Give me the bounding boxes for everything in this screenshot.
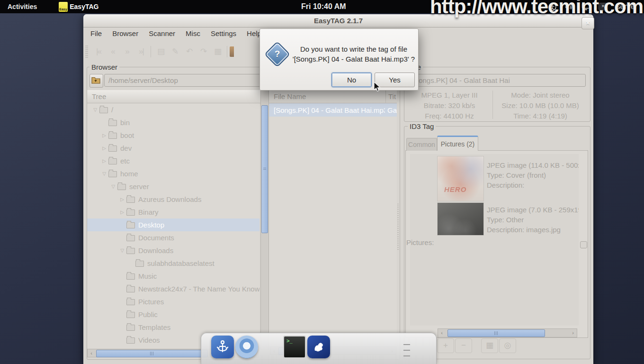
mpeg-info-left: MPEG 1, Layer III Bitrate: 320 kb/s Freq…: [407, 90, 492, 121]
menu-misc[interactable]: Misc: [180, 28, 206, 41]
tree-item[interactable]: Music: [87, 270, 259, 282]
tree-item[interactable]: /: [87, 103, 259, 116]
parent-folder-button[interactable]: [89, 74, 103, 88]
toolbar-grip[interactable]: [85, 46, 88, 58]
scroll-left-icon[interactable]: ‹: [438, 329, 446, 337]
tree-item[interactable]: boot: [87, 129, 259, 142]
tree-item[interactable]: Pictures: [87, 295, 259, 308]
menu-browser[interactable]: Browser: [107, 28, 143, 41]
screenshot-icon[interactable]: ✕: [599, 3, 608, 10]
pictures-horizontal-scrollbar[interactable]: ‹ ›: [438, 328, 577, 337]
tree-item[interactable]: home: [87, 167, 259, 180]
file-name-column-header[interactable]: File Name: [269, 90, 386, 103]
window-close-button[interactable]: ×: [581, 17, 594, 29]
activities-button[interactable]: Activities: [8, 3, 37, 10]
scroll-left-icon[interactable]: ‹: [88, 349, 95, 357]
menu-file[interactable]: File: [85, 28, 107, 41]
tree-item-label: Music: [138, 272, 157, 280]
tree-item-selected[interactable]: Desktop: [87, 218, 259, 231]
save-picture-button[interactable]: ▦: [481, 338, 498, 353]
toolbar-separator: [227, 46, 227, 57]
user-menu[interactable]: server: [617, 2, 637, 11]
no-button[interactable]: No: [331, 73, 372, 87]
dock-anchor-icon[interactable]: [211, 336, 234, 358]
undo-icon[interactable]: ↶: [182, 46, 196, 58]
paintbrush-icon[interactable]: ✎: [168, 46, 182, 58]
tree-item[interactable]: Public: [87, 308, 259, 321]
save-icon[interactable]: ▦: [210, 46, 224, 58]
display-icon[interactable]: [581, 3, 590, 10]
clock[interactable]: Fri 10:40 AM: [301, 0, 346, 13]
scrollbar-thumb[interactable]: [261, 105, 268, 233]
tree-item[interactable]: Templates: [87, 321, 259, 334]
folder-icon: [126, 248, 135, 254]
go-previous-icon[interactable]: «: [106, 46, 120, 58]
go-first-icon[interactable]: |«: [91, 46, 106, 58]
expander-icon[interactable]: [118, 209, 126, 215]
tree-item[interactable]: Downloads: [87, 244, 259, 257]
info-divider: [492, 91, 493, 119]
scrollbar-thumb[interactable]: [447, 329, 545, 337]
expander-icon[interactable]: [91, 107, 99, 112]
scanner-icon[interactable]: ▤: [153, 46, 168, 58]
window-title: EasyTAG 2.1.7: [314, 17, 363, 25]
tree-item[interactable]: etc: [87, 155, 259, 167]
browser-frame-label: Browser: [89, 63, 119, 71]
dock-chromium-icon[interactable]: [235, 336, 258, 358]
title-column-header[interactable]: Tit: [386, 90, 396, 103]
scrollbar-thumb[interactable]: [96, 350, 208, 357]
app-menu[interactable]: EasyTAG: [59, 2, 98, 12]
album-art-other[interactable]: [437, 202, 484, 236]
filename-entry[interactable]: [Songs.PK] 04 - Galat Baat Hai: [408, 74, 586, 87]
picture-properties-button[interactable]: ◎: [499, 338, 516, 353]
redo-icon[interactable]: ↷: [196, 46, 210, 58]
tab-pictures[interactable]: Pictures (2): [437, 136, 478, 151]
clipped-toolbar-icon[interactable]: [230, 46, 234, 57]
expander-icon[interactable]: [109, 184, 117, 189]
folder-icon: [126, 235, 135, 241]
paned-handle[interactable]: [397, 204, 399, 251]
go-last-icon[interactable]: »|: [134, 46, 148, 58]
go-next-icon[interactable]: »: [120, 46, 134, 58]
window-titlebar[interactable]: EasyTAG 2.1.7: [83, 14, 593, 27]
system-status-area[interactable]: ✕ server: [548, 0, 644, 13]
picture-1-type: Type: Cover (front): [487, 170, 579, 180]
tree-item[interactable]: Azureus Downloads: [87, 193, 259, 206]
folder-icon: [108, 133, 117, 139]
tree-item-label: Pictures: [138, 298, 164, 306]
tree-vertical-scrollbar[interactable]: [260, 90, 269, 350]
tree-item-label: Public: [138, 310, 158, 318]
accessibility-icon[interactable]: [548, 3, 556, 11]
tree-item[interactable]: sulabhdatabaselatest: [87, 257, 259, 270]
tree-item[interactable]: server: [87, 180, 259, 193]
expander-icon[interactable]: [118, 248, 126, 253]
tree-item-label: /: [111, 106, 113, 114]
tree-item-label: etc: [120, 157, 130, 165]
expander-icon[interactable]: [100, 133, 108, 138]
dock-azureus-icon[interactable]: [307, 336, 330, 358]
menu-scanner[interactable]: Scanner: [143, 28, 180, 41]
scroll-right-icon[interactable]: ›: [569, 329, 577, 337]
add-picture-button[interactable]: +: [437, 338, 454, 353]
dock-terminal-icon[interactable]: >_: [283, 336, 306, 358]
volume-icon[interactable]: [565, 3, 573, 10]
tree-column-header[interactable]: Tree: [87, 90, 268, 103]
tree-item[interactable]: bin: [87, 116, 259, 129]
menu-settings[interactable]: Settings: [206, 28, 242, 41]
app-menu-label: EasyTAG: [70, 3, 98, 10]
tab-common[interactable]: Common: [406, 138, 437, 151]
folder-icon: [99, 107, 108, 113]
expander-icon[interactable]: [100, 171, 108, 176]
expander-icon[interactable]: [100, 146, 108, 151]
album-art-cover-front[interactable]: [437, 156, 484, 201]
expander-icon[interactable]: [100, 158, 108, 164]
file-row-selected[interactable]: [Songs.PK] 04 - Galat Baat Hai.mp3 Ga: [269, 103, 397, 117]
tree-item[interactable]: Newstrack24x7 - The Name You Know. T: [87, 282, 259, 295]
tree-item-label: Templates: [138, 323, 170, 331]
tree-item[interactable]: Binary: [87, 206, 259, 218]
tree-item[interactable]: dev: [87, 142, 259, 155]
expander-icon[interactable]: [118, 197, 126, 202]
remove-picture-button[interactable]: −: [455, 338, 472, 353]
pictures-tag-checkbox[interactable]: [580, 241, 587, 248]
tree-item[interactable]: Documents: [87, 231, 259, 244]
